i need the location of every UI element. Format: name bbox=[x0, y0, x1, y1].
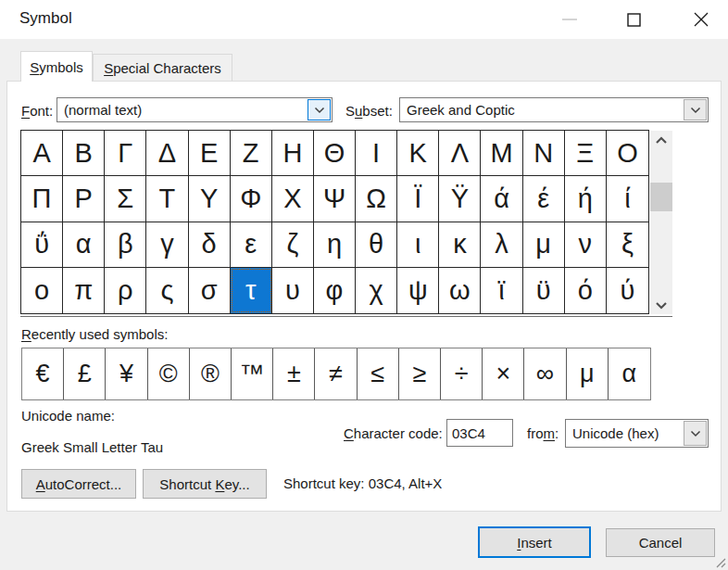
symbol-cell[interactable]: ζ bbox=[272, 222, 314, 268]
resize-grip-icon[interactable] bbox=[713, 555, 726, 568]
symbol-cell[interactable]: μ bbox=[523, 222, 565, 268]
font-dropdown-button[interactable] bbox=[308, 99, 331, 120]
from-dropdown[interactable]: Unicode (hex) bbox=[565, 419, 709, 448]
cancel-button[interactable]: Cancel bbox=[606, 528, 715, 557]
symbol-cell[interactable]: Η bbox=[272, 131, 314, 176]
symbol-cell[interactable]: Τ bbox=[146, 176, 188, 222]
scroll-down-button[interactable] bbox=[650, 296, 672, 314]
symbol-cell[interactable]: ι bbox=[397, 222, 439, 268]
symbol-cell[interactable]: Ζ bbox=[231, 131, 272, 176]
recent-symbol-cell[interactable]: ™ bbox=[232, 348, 273, 399]
symbol-cell-selected[interactable]: τ bbox=[231, 268, 272, 313]
symbol-cell[interactable]: ϊ bbox=[481, 268, 522, 313]
symbol-cell[interactable]: Λ bbox=[439, 131, 481, 176]
recent-symbol-cell[interactable]: ¥ bbox=[106, 348, 147, 399]
symbol-cell[interactable]: ψ bbox=[397, 268, 439, 313]
symbol-cell[interactable]: π bbox=[63, 268, 105, 313]
symbol-cell[interactable]: Ϋ bbox=[439, 176, 481, 222]
character-code-label: Character code: bbox=[344, 425, 443, 441]
symbol-cell[interactable]: Ρ bbox=[63, 176, 105, 222]
tab-symbols[interactable]: Symbols bbox=[20, 51, 93, 82]
character-code-input[interactable] bbox=[446, 419, 513, 447]
symbol-cell[interactable]: ό bbox=[565, 268, 607, 313]
symbol-cell[interactable]: Υ bbox=[189, 176, 231, 222]
symbol-cell[interactable]: Π bbox=[21, 176, 63, 222]
subset-dropdown-button[interactable] bbox=[684, 99, 707, 120]
font-dropdown[interactable]: (normal text) bbox=[56, 97, 333, 122]
autocorrect-button[interactable]: AutoCorrect... bbox=[21, 469, 136, 499]
insert-button[interactable]: Insert bbox=[478, 526, 591, 558]
chevron-down-icon bbox=[314, 107, 325, 114]
recent-symbol-cell[interactable]: ® bbox=[190, 348, 232, 399]
symbol-cell[interactable]: Ϊ bbox=[397, 176, 439, 222]
recent-symbol-cell[interactable]: € bbox=[22, 348, 64, 399]
tab-label: Special Characters bbox=[104, 60, 221, 76]
symbol-cell[interactable]: θ bbox=[356, 222, 397, 268]
from-dropdown-button[interactable] bbox=[684, 421, 707, 446]
symbol-cell[interactable]: ω bbox=[439, 268, 481, 313]
symbol-grid-scrollbar[interactable] bbox=[650, 131, 672, 314]
symbol-cell[interactable]: ή bbox=[565, 176, 607, 222]
from-dropdown-value: Unicode (hex) bbox=[572, 420, 659, 447]
symbol-cell[interactable]: Ο bbox=[607, 131, 648, 176]
symbol-cell[interactable]: χ bbox=[356, 268, 397, 313]
recent-symbol-cell[interactable]: ≥ bbox=[399, 348, 441, 399]
recent-symbol-cell[interactable]: μ bbox=[567, 348, 609, 399]
symbol-cell[interactable]: Χ bbox=[272, 176, 314, 222]
symbol-cell[interactable]: Ν bbox=[523, 131, 565, 176]
symbol-cell[interactable]: Ε bbox=[189, 131, 231, 176]
symbol-cell[interactable]: υ bbox=[272, 268, 314, 313]
recent-symbol-cell[interactable]: ÷ bbox=[441, 348, 483, 399]
symbol-cell[interactable]: Δ bbox=[146, 131, 188, 176]
symbol-cell[interactable]: Μ bbox=[481, 131, 522, 176]
symbol-cell[interactable]: α bbox=[63, 222, 105, 268]
recent-symbol-cell[interactable]: × bbox=[483, 348, 524, 399]
symbol-cell[interactable]: κ bbox=[439, 222, 481, 268]
symbol-cell[interactable]: η bbox=[314, 222, 356, 268]
symbol-cell[interactable]: Ξ bbox=[565, 131, 607, 176]
symbol-cell[interactable]: Κ bbox=[397, 131, 439, 176]
symbol-cell[interactable]: Φ bbox=[231, 176, 272, 222]
symbol-cell[interactable]: ά bbox=[481, 176, 522, 222]
symbol-cell[interactable]: δ bbox=[189, 222, 231, 268]
symbol-cell[interactable]: Σ bbox=[105, 176, 146, 222]
symbol-cell[interactable]: λ bbox=[481, 222, 522, 268]
symbol-cell[interactable]: Γ bbox=[105, 131, 146, 176]
shortcut-key-button[interactable]: Shortcut Key... bbox=[143, 469, 267, 499]
symbol-cell[interactable]: ξ bbox=[607, 222, 648, 268]
symbol-cell[interactable]: φ bbox=[314, 268, 356, 313]
scrollbar-thumb[interactable] bbox=[650, 183, 672, 211]
symbol-cell[interactable]: Θ bbox=[314, 131, 356, 176]
recent-symbol-cell[interactable]: ≠ bbox=[315, 348, 357, 399]
maximize-button[interactable] bbox=[612, 0, 655, 39]
recent-symbol-cell[interactable]: α bbox=[609, 348, 650, 399]
recent-symbol-cell[interactable]: £ bbox=[64, 348, 106, 399]
symbol-cell[interactable]: ν bbox=[565, 222, 607, 268]
symbol-cell[interactable]: ϋ bbox=[523, 268, 565, 313]
symbol-cell[interactable]: Β bbox=[63, 131, 105, 176]
recent-symbol-cell[interactable]: © bbox=[148, 348, 190, 399]
symbol-cell[interactable]: Ψ bbox=[314, 176, 356, 222]
minimize-button[interactable] bbox=[548, 0, 591, 39]
symbol-cell[interactable]: ο bbox=[21, 268, 63, 313]
symbol-cell[interactable]: Α bbox=[21, 131, 63, 176]
symbol-cell[interactable]: έ bbox=[523, 176, 565, 222]
symbol-cell[interactable]: γ bbox=[146, 222, 188, 268]
recent-symbol-cell[interactable]: ∞ bbox=[524, 348, 566, 399]
recent-symbol-cell[interactable]: ≤ bbox=[358, 348, 399, 399]
symbol-cell[interactable]: σ bbox=[189, 268, 231, 313]
symbol-cell[interactable]: ε bbox=[231, 222, 272, 268]
symbol-cell[interactable]: Ω bbox=[356, 176, 397, 222]
symbol-cell[interactable]: β bbox=[105, 222, 146, 268]
symbol-cell[interactable]: ς bbox=[146, 268, 188, 313]
symbol-cell[interactable]: ί bbox=[607, 176, 648, 222]
symbol-cell[interactable]: ρ bbox=[105, 268, 146, 313]
symbol-cell[interactable]: ΰ bbox=[21, 222, 63, 268]
symbol-cell[interactable]: ύ bbox=[607, 268, 648, 313]
scroll-up-button[interactable] bbox=[650, 131, 672, 149]
symbol-cell[interactable]: Ι bbox=[356, 131, 397, 176]
tab-special-characters[interactable]: Special Characters bbox=[93, 54, 232, 81]
recent-symbol-cell[interactable]: ± bbox=[273, 348, 315, 399]
close-button[interactable] bbox=[680, 0, 722, 39]
subset-dropdown[interactable]: Greek and Coptic bbox=[399, 97, 709, 122]
